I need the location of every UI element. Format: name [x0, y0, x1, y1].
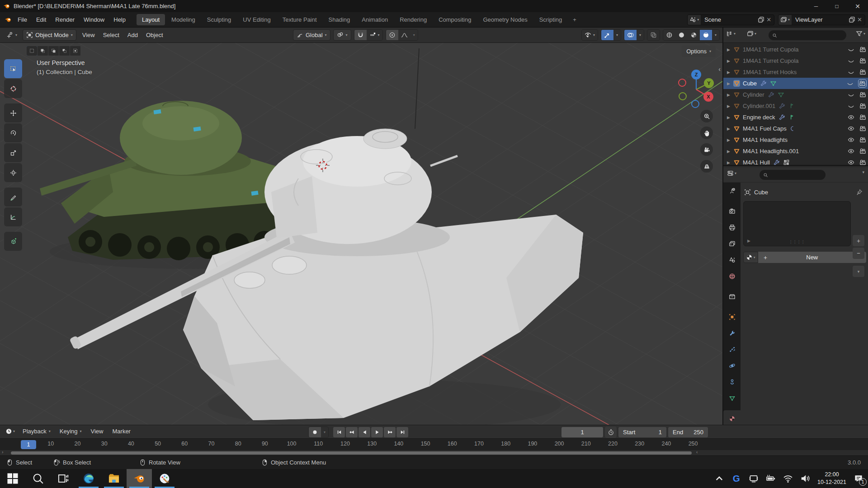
gizmo-axis-x[interactable]: X — [703, 92, 713, 102]
current-frame-indicator[interactable]: 1 — [21, 440, 36, 449]
chevron-up-tray-button[interactable] — [714, 474, 724, 483]
properties-tab-constraints[interactable] — [723, 374, 741, 390]
select-box-tool[interactable] — [4, 59, 22, 78]
view-layer-selector[interactable]: ▾ ViewLayer ✕ — [778, 14, 865, 25]
gizmo-axis-negative[interactable] — [691, 100, 699, 108]
shading-wireframe[interactable] — [663, 30, 675, 40]
timeline-editor-type[interactable]: ▾ — [3, 428, 18, 435]
gizmo-axis-z[interactable]: Z — [691, 70, 701, 80]
select-set-button[interactable] — [27, 46, 37, 56]
transform-tool[interactable] — [4, 163, 22, 182]
material-browse-button[interactable]: ▾ — [743, 252, 758, 263]
expand-arrow-icon[interactable]: ▶ — [727, 138, 731, 142]
editor-type-button[interactable]: ▾ — [3, 29, 21, 41]
end-frame-field[interactable]: End250 — [668, 427, 708, 437]
sidebar-collapse-arrow[interactable]: ‹ — [718, 66, 721, 73]
taskbar-blender-button[interactable] — [127, 469, 152, 488]
taskbar-edge-button[interactable] — [76, 469, 101, 488]
expand-arrow-icon[interactable]: ▶ — [727, 115, 731, 120]
navigation-gizmo[interactable]: ZYX — [673, 66, 712, 105]
select-intersect-button[interactable] — [70, 46, 80, 56]
camera-icon[interactable] — [859, 46, 866, 53]
camera-icon[interactable] — [859, 80, 866, 87]
outliner-item[interactable]: ▶M4A1 Headlights — [723, 134, 868, 145]
camera-icon[interactable] — [859, 136, 866, 143]
timeline-menu-keying[interactable]: Keying▾ — [56, 426, 86, 436]
cast-tray-button[interactable] — [749, 474, 759, 483]
workspace-tab-scripting[interactable]: Scripting — [534, 14, 568, 25]
expand-arrow-icon[interactable]: ▶ — [727, 70, 731, 75]
taskbar-file-explorer-button[interactable] — [101, 469, 127, 488]
eye-closed-icon[interactable] — [848, 91, 854, 98]
eye-open-icon[interactable] — [848, 114, 854, 121]
eye-closed-icon[interactable] — [848, 46, 854, 53]
options-button[interactable]: Options▾ — [682, 46, 716, 57]
annotate-tool[interactable] — [4, 188, 22, 206]
outliner-search[interactable] — [769, 30, 846, 40]
menu-window[interactable]: Window — [79, 14, 109, 25]
resize-grip[interactable]: ⋮⋮⋮⋮ — [789, 240, 805, 244]
slot-expand-arrow[interactable]: ▶ — [747, 239, 750, 243]
next-keyframe-button[interactable] — [384, 427, 396, 437]
timeline-ruler[interactable]: 1 10203040506070809010011012013014015016… — [0, 438, 868, 450]
eye-open-icon[interactable] — [848, 159, 854, 166]
pin-icon[interactable] — [856, 189, 863, 196]
xray-toggle[interactable] — [647, 29, 660, 41]
new-material-button[interactable]: ＋New — [758, 252, 866, 263]
workspace-tab-compositing[interactable]: Compositing — [433, 14, 476, 25]
eye-closed-icon[interactable] — [848, 57, 854, 64]
menu-help[interactable]: Help — [109, 14, 130, 25]
start-frame-field[interactable]: Start1 — [618, 427, 666, 437]
properties-options-chevron[interactable]: ▾ — [862, 170, 864, 174]
proportional-editing-group[interactable]: ▾ — [386, 29, 418, 41]
outliner-item[interactable]: ▶Engine deck — [723, 112, 868, 123]
maximize-button[interactable]: □ — [826, 0, 847, 12]
camera-icon[interactable] — [859, 69, 866, 75]
scene-selector[interactable]: ▾ Scene ✕ — [687, 14, 774, 25]
properties-tab-render[interactable] — [723, 203, 741, 219]
expand-arrow-icon[interactable]: ▶ — [727, 59, 731, 63]
properties-tab-physics[interactable] — [723, 357, 741, 374]
close-button[interactable]: ✕ — [847, 0, 868, 12]
select-extend-button[interactable] — [38, 46, 48, 56]
eye-closed-icon[interactable] — [848, 103, 854, 109]
properties-tab-tool[interactable] — [723, 183, 741, 199]
timeline-menu-playback[interactable]: Playback▾ — [19, 426, 55, 436]
camera-icon[interactable] — [859, 103, 866, 109]
eye-closed-icon[interactable] — [848, 69, 854, 75]
camera-view-button[interactable] — [700, 143, 713, 156]
properties-editor-type[interactable]: ▾ — [727, 170, 736, 177]
overlays-toggle-group[interactable]: ▾ — [624, 29, 644, 41]
workspace-tab-geometry-nodes[interactable]: Geometry Nodes — [477, 14, 533, 25]
jump-end-button[interactable] — [396, 427, 408, 437]
taskbar-task-view-button[interactable] — [51, 469, 76, 488]
properties-tab-scene[interactable] — [723, 252, 741, 268]
camera-icon[interactable] — [859, 91, 866, 98]
snapping-group[interactable]: ▾ — [354, 29, 383, 41]
properties-tab-object[interactable] — [723, 309, 741, 325]
gizmos-toggle-group[interactable]: ▾ — [601, 29, 621, 41]
scale-tool[interactable] — [4, 143, 22, 162]
copy-icon[interactable] — [849, 16, 855, 23]
outliner-item[interactable]: ▶1M4A1 Turret Cupola — [723, 44, 868, 55]
outliner-item[interactable]: ▶1M4A1 Turret Hooks — [723, 66, 868, 78]
expand-arrow-icon[interactable]: ▶ — [727, 127, 731, 131]
workspace-tab-modeling[interactable]: Modeling — [166, 14, 201, 25]
workspace-tab-rendering[interactable]: Rendering — [394, 14, 432, 25]
gizmo-axis-negative[interactable] — [679, 92, 687, 100]
collapse-arrow-icon[interactable]: ‹ — [696, 450, 698, 455]
outliner-filter-mode[interactable]: ▾ — [747, 30, 756, 37]
shading-material[interactable] — [688, 30, 700, 40]
workspace-tab-animation[interactable]: Animation — [356, 14, 393, 25]
workspace-tab-sculpting[interactable]: Sculpting — [202, 14, 236, 25]
play-button[interactable] — [371, 427, 383, 437]
add-workspace-button[interactable]: + — [567, 14, 582, 25]
eye-closed-icon[interactable] — [847, 80, 854, 87]
outliner-item[interactable]: ▶Cylinder.001 — [723, 100, 868, 112]
outliner-item[interactable]: ▶Cylinder — [723, 89, 868, 100]
viewport-menu-view[interactable]: View — [78, 30, 99, 40]
properties-search[interactable] — [760, 170, 826, 180]
pivot-point-button[interactable]: ▾ — [333, 29, 351, 41]
horizontal-scrollbar[interactable] — [11, 451, 692, 455]
zoom-button[interactable] — [700, 110, 713, 122]
